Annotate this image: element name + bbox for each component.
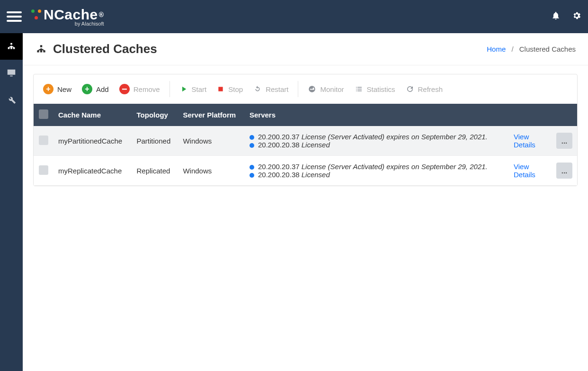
status-dot-icon — [249, 143, 254, 148]
play-icon — [179, 85, 188, 93]
cache-name-cell: myPartitionedCache — [53, 126, 132, 156]
settings-icon[interactable] — [572, 11, 581, 22]
sidebar-item-tools[interactable] — [0, 86, 23, 113]
servers-cell: 20.200.20.37 License (Server Activated) … — [245, 126, 509, 156]
col-servers: Servers — [245, 104, 509, 126]
servers-cell: 20.200.20.37 License (Server Activated) … — [245, 156, 509, 186]
refresh-icon — [253, 85, 262, 93]
svg-point-1 — [309, 86, 316, 92]
stop-button[interactable]: Stop — [216, 83, 244, 95]
remove-button[interactable]: − Remove — [118, 82, 161, 96]
refresh-button[interactable]: Refresh — [405, 83, 444, 95]
plus-icon: + — [43, 84, 53, 94]
platform-cell: Windows — [178, 156, 245, 186]
monitor-button[interactable]: Monitor — [307, 83, 345, 95]
add-button[interactable]: + Add — [81, 82, 110, 96]
menu-toggle-button[interactable] — [7, 9, 22, 24]
view-details-link[interactable]: View Details — [514, 133, 535, 149]
statistics-button[interactable]: Statistics — [354, 83, 396, 95]
sidebar-item-clustered-caches[interactable] — [0, 33, 23, 60]
start-button[interactable]: Start — [178, 83, 208, 95]
page-title-text: Clustered Caches — [53, 42, 157, 56]
svg-rect-0 — [219, 87, 223, 91]
platform-cell: Windows — [178, 126, 245, 156]
sidebar — [0, 33, 23, 371]
page-title: Clustered Caches — [35, 42, 157, 56]
minus-icon: − — [119, 84, 130, 94]
new-button[interactable]: + New — [42, 82, 72, 96]
caches-panel: + New + Add − Remove Start — [33, 74, 578, 186]
logo-mark-icon — [31, 9, 42, 20]
notifications-icon[interactable] — [551, 11, 561, 22]
brand-byline: by Alachisoft — [31, 21, 104, 27]
stop-icon — [217, 85, 224, 93]
topology-cell: Partitioned — [132, 126, 178, 156]
plus-icon: + — [82, 84, 92, 94]
caches-table: Cache Name Topology Server Platform Serv… — [34, 104, 577, 186]
breadcrumb: Home / Clustered Caches — [487, 45, 576, 53]
table-row[interactable]: myReplicatedCache Replicated Windows 20.… — [34, 156, 577, 186]
topology-cell: Replicated — [132, 156, 178, 186]
breadcrumb-current: Clustered Caches — [519, 45, 576, 53]
cluster-icon — [6, 41, 17, 52]
chart-icon — [308, 85, 316, 93]
row-checkbox[interactable] — [39, 165, 48, 175]
restart-button[interactable]: Restart — [252, 83, 289, 95]
more-actions-button[interactable]: ... — [556, 133, 572, 149]
sidebar-item-local-caches[interactable] — [0, 60, 23, 86]
col-cache-name: Cache Name — [53, 104, 132, 126]
monitor-icon — [6, 68, 17, 78]
select-all-checkbox[interactable] — [39, 109, 48, 119]
breadcrumb-home[interactable]: Home — [487, 45, 506, 53]
wrench-icon — [6, 94, 17, 105]
refresh-icon — [406, 85, 414, 93]
row-checkbox[interactable] — [39, 136, 48, 145]
list-icon — [355, 85, 363, 93]
table-row[interactable]: myPartitionedCache Partitioned Windows 2… — [34, 126, 577, 156]
more-actions-button[interactable]: ... — [556, 163, 572, 179]
status-dot-icon — [249, 173, 254, 178]
status-dot-icon — [249, 165, 254, 170]
col-server-platform: Server Platform — [178, 104, 245, 126]
brand-name: NCache — [44, 7, 98, 23]
status-dot-icon — [249, 135, 254, 140]
view-details-link[interactable]: View Details — [514, 163, 535, 179]
top-bar: NCache® by Alachisoft — [0, 0, 588, 33]
cache-name-cell: myReplicatedCache — [53, 156, 132, 186]
toolbar: + New + Add − Remove Start — [34, 74, 577, 104]
brand-logo[interactable]: NCache® by Alachisoft — [31, 7, 104, 27]
col-topology: Topology — [132, 104, 178, 126]
cluster-icon — [35, 43, 47, 55]
